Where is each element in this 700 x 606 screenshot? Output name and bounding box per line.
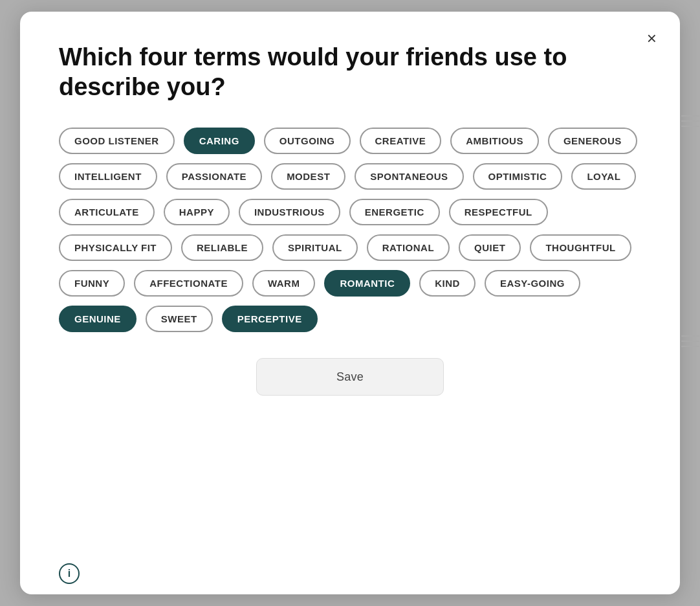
tag-funny[interactable]: FUNNY [59,270,125,297]
save-button-wrap: Save [59,358,641,396]
tag-kind[interactable]: KIND [419,270,476,297]
tag-outgoing[interactable]: OUTGOING [264,128,351,154]
tag-ambitious[interactable]: AMBITIOUS [450,128,539,154]
tags-container: GOOD LISTENERCARINGOUTGOINGCREATIVEAMBIT… [59,128,641,332]
tag-thoughtful[interactable]: THOUGHTFUL [530,234,631,261]
info-icon[interactable]: i [59,563,80,584]
tag-spiritual[interactable]: SPIRITUAL [272,234,358,261]
tag-romantic[interactable]: ROMANTIC [324,270,410,297]
scroll-indicator-top [681,115,699,127]
scroll-line [681,341,699,342]
modal-title: Which four terms would your friends use … [59,43,589,102]
tag-optimistic[interactable]: OPTIMISTIC [473,163,563,190]
tag-generous[interactable]: GENEROUS [548,128,637,154]
tag-articulate[interactable]: ARTICULATE [59,199,155,225]
tag-perceptive[interactable]: PERCEPTIVE [222,306,318,332]
tag-easy-going[interactable]: EASY-GOING [485,270,580,297]
tag-intelligent[interactable]: INTELLIGENT [59,163,157,190]
tag-caring[interactable]: CARING [184,128,255,154]
tag-reliable[interactable]: RELIABLE [181,234,263,261]
scroll-line [681,335,699,337]
tag-respectful[interactable]: RESPECTFUL [449,199,548,225]
tag-affectionate[interactable]: AFFECTIONATE [134,270,243,297]
tag-happy[interactable]: HAPPY [164,199,230,225]
tag-modest[interactable]: MODEST [271,163,345,190]
save-button[interactable]: Save [256,358,444,396]
tag-energetic[interactable]: ENERGETIC [349,199,440,225]
tag-physically-fit[interactable]: PHYSICALLY FIT [59,234,172,261]
modal-dialog: × Which four terms would your friends us… [20,12,680,594]
scroll-line [681,115,699,117]
tag-passionate[interactable]: PASSIONATE [166,163,262,190]
scroll-line [681,120,699,122]
tag-good-listener[interactable]: GOOD LISTENER [59,128,175,154]
tag-loyal[interactable]: LOYAL [571,163,636,190]
tag-industrious[interactable]: INDUSTRIOUS [239,199,340,225]
tag-warm[interactable]: WARM [252,270,316,297]
close-button[interactable]: × [647,30,657,47]
tag-creative[interactable]: CREATIVE [360,128,442,154]
tag-rational[interactable]: RATIONAL [367,234,450,261]
tag-spontaneous[interactable]: SPONTANEOUS [355,163,463,190]
scroll-line [681,126,699,127]
tag-quiet[interactable]: QUIET [459,234,521,261]
scroll-line [681,346,699,347]
scroll-indicator-bottom [681,335,699,347]
tag-genuine[interactable]: GENUINE [59,306,137,332]
tag-sweet[interactable]: SWEET [146,306,213,332]
